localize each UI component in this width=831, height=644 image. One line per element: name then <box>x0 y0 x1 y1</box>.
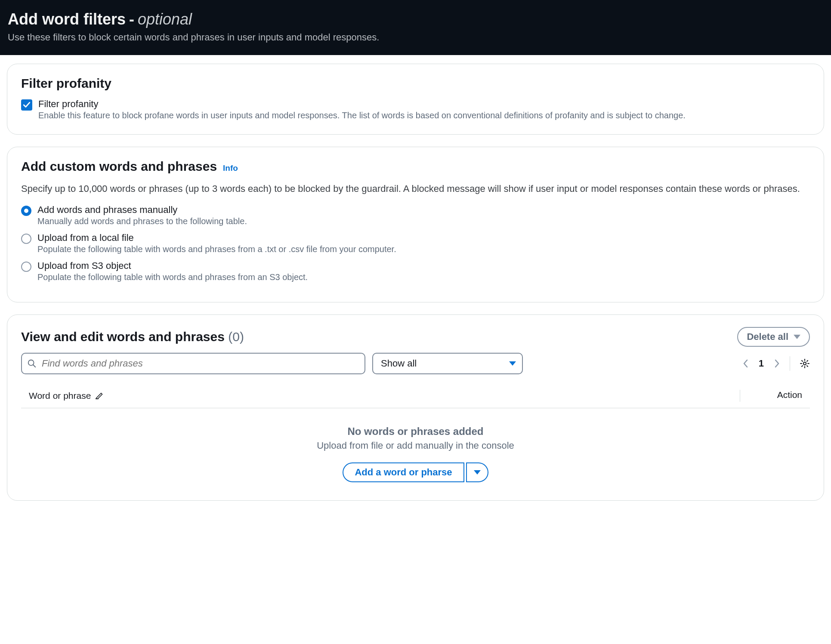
column-action: Action <box>751 390 802 402</box>
page-title-dash: - <box>129 10 134 28</box>
radio-icon <box>21 206 31 216</box>
empty-state: No words or phrases added Upload from fi… <box>21 408 810 487</box>
edit-icon <box>95 391 104 401</box>
view-title-text: View and edit words and phrases <box>21 330 225 344</box>
radio-label: Add words and phrases manually <box>37 204 247 216</box>
radio-desc: Populate the following table with words … <box>37 272 308 282</box>
content-area: Filter profanity Filter profanity Enable… <box>0 55 831 521</box>
custom-words-title: Add custom words and phrases <box>21 159 217 174</box>
column-word-label: Word or phrase <box>29 391 91 401</box>
empty-subtitle: Upload from file or add manually in the … <box>21 440 810 451</box>
add-word-button[interactable]: Add a word or pharse <box>343 462 464 482</box>
page-title: Add word filters - optional <box>8 10 823 28</box>
search-icon <box>27 359 37 368</box>
radio-icon <box>21 262 31 272</box>
chevron-right-icon <box>773 358 780 369</box>
search-input[interactable] <box>21 353 365 374</box>
chevron-down-icon <box>474 470 481 475</box>
filter-profanity-panel: Filter profanity Filter profanity Enable… <box>7 64 824 135</box>
column-word-or-phrase[interactable]: Word or phrase <box>29 390 740 402</box>
column-divider <box>740 390 740 402</box>
custom-words-desc: Specify up to 10,000 words or phrases (u… <box>21 182 810 196</box>
radio-text: Add words and phrases manually Manually … <box>37 204 247 226</box>
radio-label: Upload from S3 object <box>37 260 308 271</box>
radio-add-manually[interactable]: Add words and phrases manually Manually … <box>21 204 810 226</box>
page-number: 1 <box>759 358 764 369</box>
chevron-down-icon <box>794 335 800 339</box>
filter-profanity-text: Filter profanity Enable this feature to … <box>38 99 686 120</box>
next-page-button[interactable] <box>773 358 780 369</box>
radio-desc: Manually add words and phrases to the fo… <box>37 216 247 226</box>
pagination: 1 <box>742 356 810 371</box>
filter-profanity-desc: Enable this feature to block profane wor… <box>38 111 686 120</box>
settings-button[interactable] <box>800 358 810 369</box>
radio-label: Upload from a local file <box>37 232 396 243</box>
add-word-split-button: Add a word or pharse <box>343 462 488 482</box>
input-method-radio-group: Add words and phrases manually Manually … <box>21 204 810 282</box>
table-header: Word or phrase Action <box>21 384 810 408</box>
page-subtitle: Use these filters to block certain words… <box>8 32 823 43</box>
custom-words-panel: Add custom words and phrases Info Specif… <box>7 147 824 302</box>
view-title: View and edit words and phrases (0) <box>21 330 244 344</box>
add-word-dropdown-button[interactable] <box>466 462 488 482</box>
view-header-row: View and edit words and phrases (0) Dele… <box>21 327 810 347</box>
search-wrap <box>21 353 365 374</box>
radio-icon <box>21 234 31 244</box>
radio-upload-local[interactable]: Upload from a local file Populate the fo… <box>21 232 810 254</box>
filter-profanity-label: Filter profanity <box>38 99 686 110</box>
check-icon <box>23 101 31 109</box>
page-title-main: Add word filters <box>8 10 126 28</box>
info-link[interactable]: Info <box>223 163 238 173</box>
filter-profanity-checkbox-row[interactable]: Filter profanity Enable this feature to … <box>21 99 810 120</box>
page-header: Add word filters - optional Use these fi… <box>0 0 831 55</box>
radio-desc: Populate the following table with words … <box>37 244 396 254</box>
radio-text: Upload from a local file Populate the fo… <box>37 232 396 254</box>
view-count: (0) <box>228 330 244 344</box>
filter-profanity-title: Filter profanity <box>21 76 810 91</box>
toolbar: Show all 1 <box>21 353 810 374</box>
empty-title: No words or phrases added <box>21 425 810 438</box>
radio-upload-s3[interactable]: Upload from S3 object Populate the follo… <box>21 260 810 282</box>
svg-line-1 <box>33 365 36 367</box>
divider <box>790 356 790 371</box>
svg-point-2 <box>803 362 806 365</box>
chevron-down-icon <box>509 361 516 366</box>
radio-text: Upload from S3 object Populate the follo… <box>37 260 308 282</box>
filter-select-value: Show all <box>372 353 523 374</box>
prev-page-button[interactable] <box>742 358 749 369</box>
delete-all-label: Delete all <box>747 331 788 342</box>
chevron-left-icon <box>742 358 749 369</box>
filter-select[interactable]: Show all <box>372 353 523 374</box>
view-edit-panel: View and edit words and phrases (0) Dele… <box>7 314 824 501</box>
page-title-optional: optional <box>138 10 192 28</box>
delete-all-button[interactable]: Delete all <box>737 327 810 347</box>
custom-words-title-row: Add custom words and phrases Info <box>21 159 810 174</box>
filter-profanity-checkbox[interactable] <box>21 99 32 111</box>
gear-icon <box>800 358 810 369</box>
